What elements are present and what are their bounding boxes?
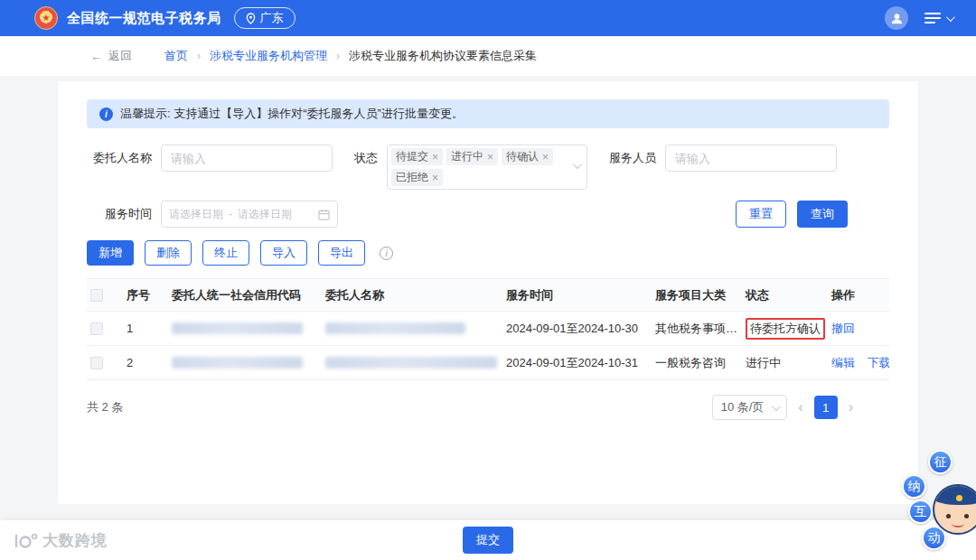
redacted-credit-code <box>172 322 303 334</box>
mascot-eye <box>964 514 969 518</box>
back-label: 返回 <box>108 48 132 64</box>
hint-info-icon[interactable]: i <box>380 247 393 260</box>
select-all-checkbox[interactable] <box>90 289 103 302</box>
page-size-value: 10 条/页 <box>721 399 765 415</box>
withdraw-link[interactable]: 撤回 <box>831 322 855 335</box>
service-time-label: 服务时间 <box>87 201 152 228</box>
breadcrumb-separator-icon: › <box>197 50 201 62</box>
back-arrow-icon: ← <box>90 50 102 63</box>
status-tag: 进行中 × <box>446 148 498 165</box>
status-multiselect[interactable]: 待提交 × 进行中 × 待确认 × 已拒绝 × <box>387 145 587 190</box>
app-header: ★ 全国统一规范电子税务局 广东 <box>0 0 976 36</box>
row-checkbox[interactable] <box>90 322 103 335</box>
action-row: 新增 删除 终止 导入 导出 i <box>87 240 889 266</box>
chevron-down-icon <box>772 402 781 411</box>
cell-category: 其他税务事项… <box>652 312 742 346</box>
tag-remove-icon[interactable]: × <box>542 152 549 163</box>
delete-button[interactable]: 删除 <box>145 240 192 266</box>
menu-button[interactable] <box>924 12 953 24</box>
header-client-name: 委托人名称 <box>322 279 502 312</box>
table-row: 1 2024-09-01至2024-10-30 其他税务事项… 待委托方确认 撤… <box>87 312 889 346</box>
tag-remove-icon[interactable]: × <box>432 173 438 183</box>
terminate-button[interactable]: 终止 <box>202 240 249 266</box>
header-credit-code: 委托人统一社会信用代码 <box>168 279 322 312</box>
breadcrumb-agency-management[interactable]: 涉税专业服务机构管理 <box>210 48 327 64</box>
mascot-hat <box>933 484 976 505</box>
download-link[interactable]: 下载 <box>868 356 889 369</box>
header-service-time: 服务时间 <box>502 279 652 312</box>
next-page-button[interactable]: › <box>849 400 853 415</box>
breadcrumb-home[interactable]: 首页 <box>164 48 188 64</box>
mascot-badge: 纳 <box>902 474 926 499</box>
query-button[interactable]: 查询 <box>797 201 848 228</box>
redacted-client-name <box>325 322 465 334</box>
page: ★ 全国统一规范电子税务局 广东 ← 返回 首页 › 涉税专业服务机构管理 › … <box>0 0 976 560</box>
watermark-text: 大数跨境 <box>42 530 108 551</box>
status-tag: 已拒绝 × <box>391 169 443 186</box>
tag-remove-icon[interactable]: × <box>432 152 438 163</box>
breadcrumb-separator-icon: › <box>336 50 340 62</box>
submit-button[interactable]: 提交 <box>463 527 513 554</box>
main-card: i 温馨提示: 支持通过【导入】操作对“委托服务人员”进行批量变更。 委托人名称… <box>58 81 918 504</box>
mascot-badge: 互 <box>908 499 933 524</box>
location-selector[interactable]: 广东 <box>234 7 296 29</box>
person-icon <box>890 12 904 25</box>
calendar-icon <box>318 209 330 220</box>
user-avatar[interactable] <box>885 6 908 30</box>
status-tag-label: 进行中 <box>451 150 483 163</box>
chevron-down-icon <box>946 13 955 22</box>
menu-icon <box>924 12 941 24</box>
national-emblem-icon: ★ <box>34 6 58 30</box>
back-button[interactable]: ← 返回 <box>90 48 132 64</box>
total-count: 共 2 条 <box>87 399 123 415</box>
import-button[interactable]: 导入 <box>260 240 307 266</box>
app-title: 全国统一规范电子税务局 <box>67 10 221 27</box>
add-button[interactable]: 新增 <box>87 240 134 266</box>
breadcrumb: ← 返回 首页 › 涉税专业服务机构管理 › 涉税专业服务机构协议要素信息采集 <box>0 36 976 76</box>
reset-button[interactable]: 重置 <box>736 201 786 228</box>
notice-text: 温馨提示: 支持通过【导入】操作对“委托服务人员”进行批量变更。 <box>120 106 464 122</box>
service-person-label: 服务人员 <box>609 145 656 172</box>
service-person-input[interactable] <box>665 145 837 172</box>
page-number-1[interactable]: 1 <box>814 396 838 419</box>
redacted-credit-code <box>172 357 303 369</box>
date-range-separator: - <box>229 208 232 220</box>
watermark-logo-icon <box>13 533 38 549</box>
interaction-mascot[interactable]: 征 纳 互 动 <box>886 450 976 558</box>
status-badge: 进行中 <box>742 346 828 380</box>
cell-seq: 1 <box>123 312 168 346</box>
header-seq: 序号 <box>123 279 168 312</box>
pagination: 10 条/页 ‹ 1 › <box>712 395 889 420</box>
cell-category: 一般税务咨询 <box>652 346 742 380</box>
header-category: 服务项目大类 <box>652 279 742 312</box>
notice-banner: i 温馨提示: 支持通过【导入】操作对“委托服务人员”进行批量变更。 <box>87 99 889 128</box>
mascot-badge: 征 <box>928 450 953 474</box>
watermark: 大数跨境 <box>13 530 108 551</box>
page-size-select[interactable]: 10 条/页 <box>712 395 788 420</box>
location-pin-icon <box>246 13 256 24</box>
status-tag-label: 已拒绝 <box>396 171 428 184</box>
row-checkbox[interactable] <box>90 357 103 369</box>
status-tag-label: 待确认 <box>506 150 539 163</box>
date-end-placeholder: 请选择日期 <box>238 207 292 222</box>
status-tag: 待提交 × <box>391 148 443 165</box>
bottom-bar: 提交 <box>0 520 976 560</box>
table-row: 2 2024-09-01至2024-10-31 一般税务咨询 进行中 编辑 下载 <box>87 346 889 380</box>
header-operations: 操作 <box>828 279 889 312</box>
export-button[interactable]: 导出 <box>318 240 365 266</box>
prev-page-button[interactable]: ‹ <box>798 400 802 415</box>
edit-link[interactable]: 编辑 <box>831 356 855 369</box>
location-label: 广东 <box>260 10 284 26</box>
cell-service-time: 2024-09-01至2024-10-30 <box>502 312 652 346</box>
filter-row-1: 委托人名称 状态 待提交 × 进行中 × 待确认 × 已拒绝 × <box>87 145 889 190</box>
cell-service-time: 2024-09-01至2024-10-31 <box>502 346 652 380</box>
client-name-input[interactable] <box>161 145 333 172</box>
service-time-range-picker[interactable]: 请选择日期 - 请选择日期 <box>161 201 338 228</box>
cell-seq: 2 <box>123 346 168 380</box>
mascot-hat-badge <box>956 495 962 501</box>
mascot-smile <box>952 520 964 527</box>
client-name-label: 委托人名称 <box>87 145 152 172</box>
mascot-eye <box>946 514 951 518</box>
tag-remove-icon[interactable]: × <box>487 152 493 163</box>
info-icon: i <box>99 107 113 121</box>
